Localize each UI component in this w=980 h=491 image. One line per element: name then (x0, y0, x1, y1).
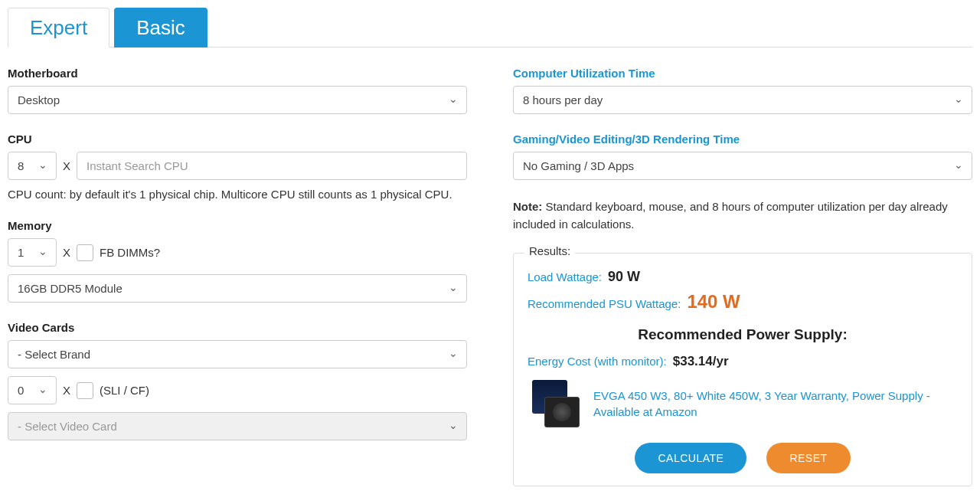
cpu-group: CPU 8 X CPU count: by default it's 1 phy… (8, 133, 467, 201)
sli-cf-label: (SLI / CF) (100, 384, 149, 397)
cpu-search-input[interactable] (77, 152, 467, 180)
cpu-label: CPU (8, 133, 467, 146)
video-cards-group: Video Cards - Select Brand 0 X (SLI / CF… (8, 321, 467, 440)
left-column: Motherboard Desktop CPU 8 X CPU count: b… (8, 67, 467, 486)
video-count-select[interactable]: 0 (8, 376, 57, 404)
video-card-select[interactable]: - Select Video Card (8, 412, 467, 440)
reset-button[interactable]: RESET (766, 443, 850, 473)
fb-dimms-label: FB DIMMs? (100, 246, 160, 259)
motherboard-group: Motherboard Desktop (8, 67, 467, 114)
product-link[interactable]: EVGA 450 W3, 80+ White 450W, 3 Year Warr… (593, 388, 958, 420)
load-wattage-label: Load Wattage: (528, 270, 602, 283)
cpu-count-select[interactable]: 8 (8, 152, 57, 180)
gaming-label: Gaming/Video Editing/3D Rendering Time (513, 133, 972, 146)
psu-image-icon (528, 380, 583, 427)
gaming-group: Gaming/Video Editing/3D Rendering Time N… (513, 133, 972, 180)
energy-cost-value: $33.14/yr (673, 354, 729, 369)
motherboard-select[interactable]: Desktop (8, 86, 467, 114)
utilization-label: Computer Utilization Time (513, 67, 972, 80)
psu-wattage-label: Recommended PSU Wattage: (528, 297, 681, 310)
memory-group: Memory 1 X FB DIMMs? 16GB DDR5 Module (8, 219, 467, 303)
recommended-product: EVGA 450 W3, 80+ White 450W, 3 Year Warr… (528, 380, 958, 427)
utilization-select[interactable]: 8 hours per day (513, 86, 972, 114)
motherboard-label: Motherboard (8, 67, 467, 80)
sli-cf-checkbox[interactable] (77, 382, 93, 399)
psu-wattage-value: 140 W (687, 291, 740, 313)
fb-dimms-checkbox[interactable] (77, 244, 93, 261)
energy-cost-label: Energy Cost (with monitor): (528, 355, 667, 368)
tab-expert[interactable]: Expert (8, 8, 109, 47)
recommended-title: Recommended Power Supply: (528, 326, 958, 343)
tab-bar: Expert Basic (8, 8, 972, 47)
note-bold: Note: (513, 200, 542, 213)
note-text: Standard keyboard, mouse, and 8 hours of… (513, 200, 948, 231)
calculate-button[interactable]: CALCULATE (635, 443, 746, 473)
load-wattage-value: 90 W (608, 269, 640, 285)
video-brand-select[interactable]: - Select Brand (8, 340, 467, 368)
memory-module-select[interactable]: 16GB DDR5 Module (8, 274, 467, 303)
note-block: Note: Standard keyboard, mouse, and 8 ho… (513, 198, 972, 233)
cpu-multiply-x: X (63, 159, 70, 172)
video-multiply-x: X (63, 384, 70, 397)
results-legend: Results: (524, 244, 575, 257)
cpu-hint: CPU count: by default it's 1 physical ch… (8, 188, 467, 201)
tab-basic[interactable]: Basic (114, 8, 207, 47)
right-column: Computer Utilization Time 8 hours per da… (513, 67, 972, 486)
memory-count-select[interactable]: 1 (8, 238, 57, 267)
results-panel: Results: Load Wattage: 90 W Recommended … (513, 253, 972, 486)
gaming-select[interactable]: No Gaming / 3D Apps (513, 152, 972, 180)
utilization-group: Computer Utilization Time 8 hours per da… (513, 67, 972, 114)
video-cards-label: Video Cards (8, 321, 467, 334)
memory-multiply-x: X (63, 246, 70, 259)
memory-label: Memory (8, 219, 467, 232)
